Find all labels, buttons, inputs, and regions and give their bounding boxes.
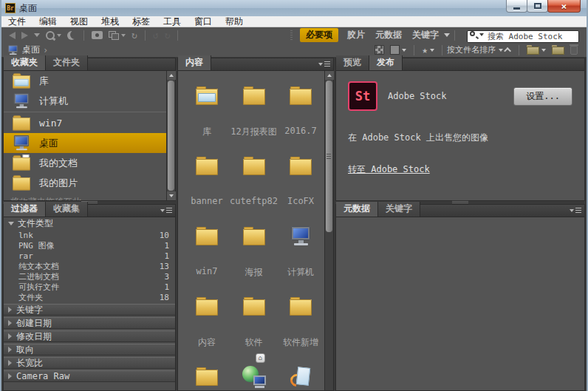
favorites-scrollbar[interactable] <box>166 71 175 200</box>
folder-icon <box>243 157 265 176</box>
content-item-network[interactable]: ⌂ <box>230 359 278 390</box>
content-panel-menu-button[interactable] <box>318 61 330 67</box>
menu-edit[interactable]: 编辑 <box>33 16 64 27</box>
filter-row-plain-text[interactable]: 纯文本文档 13 <box>4 261 175 271</box>
tab-favorites[interactable]: 收藏夹 <box>4 55 46 70</box>
search-scope-dropdown-icon[interactable] <box>479 33 484 36</box>
content-scrollbar[interactable] <box>324 71 333 390</box>
open-folder-icon <box>527 45 539 55</box>
scroll-up-button[interactable] <box>167 71 176 80</box>
refine-button[interactable] <box>67 29 76 42</box>
favorites-item-libraries[interactable]: 库 <box>4 71 166 91</box>
sync-button[interactable]: ↻ <box>131 29 137 42</box>
content-item-2016-7[interactable]: 2016.7 <box>278 78 324 149</box>
workspace-dropdown-icon[interactable] <box>444 33 450 37</box>
sort-dropdown-icon[interactable] <box>499 49 503 52</box>
workspace-tab-filmstrip[interactable]: 胶片 <box>347 29 365 41</box>
content-item-posters[interactable]: 海报 <box>230 219 278 289</box>
favorites-item-computer[interactable]: 计算机 <box>4 91 166 111</box>
rotate-right-button[interactable]: ↻ <box>165 29 171 42</box>
output-stack-button[interactable] <box>109 29 126 42</box>
get-photos-from-camera-button[interactable] <box>92 29 103 42</box>
delete-button[interactable] <box>570 44 578 57</box>
workspace-tab-essentials[interactable]: 必要项 <box>300 28 338 42</box>
triangle-right-icon <box>8 360 12 366</box>
workspace-tab-metadata[interactable]: 元数据 <box>375 29 402 41</box>
content-item-libraries[interactable]: 库 <box>184 78 230 149</box>
tab-keywords[interactable]: 关键字 <box>378 202 420 217</box>
content-item-win7[interactable]: win7 <box>184 219 230 289</box>
tab-filter[interactable]: 过滤器 <box>4 202 46 217</box>
filter-row-executable[interactable]: 可执行文件 1 <box>4 282 175 292</box>
breadcrumb-location[interactable]: 桌面 <box>22 44 40 56</box>
new-folder-button[interactable] <box>552 44 564 57</box>
filter-group-camera-raw[interactable]: Camera Raw <box>4 370 175 382</box>
favorites-item-my-documents[interactable]: 我的文档 <box>4 153 166 173</box>
library-folder-icon <box>196 86 218 106</box>
metadata-panel-menu-button[interactable] <box>570 208 581 213</box>
content-item-software[interactable]: 软件 <box>230 289 278 359</box>
filter-row-binary[interactable]: 二进制文档 3 <box>4 271 175 282</box>
filter-group-date-created[interactable]: 创建日期 <box>4 317 175 329</box>
toolbar-divider <box>414 45 414 55</box>
tab-folders[interactable]: 文件夹 <box>46 55 88 70</box>
menu-file[interactable]: 文件 <box>1 16 33 27</box>
maximize-button[interactable] <box>527 0 548 13</box>
menu-view[interactable]: 视图 <box>64 16 95 27</box>
rotate-left-button[interactable]: ↺ <box>153 29 159 42</box>
thumbnail-quality-button[interactable] <box>390 44 406 57</box>
breadcrumb-separator: › <box>43 45 48 55</box>
go-to-adobe-stock-link[interactable]: 转至 Adobe Stock <box>348 163 430 176</box>
filter-group-aspect-ratio[interactable]: 长宽比 <box>4 357 175 369</box>
sort-by-label[interactable]: 按文件名排序 <box>447 44 496 55</box>
filter-row-lnk[interactable]: lnk 10 <box>4 230 175 240</box>
sort-ascending-button[interactable] <box>506 44 511 57</box>
scroll-down-button[interactable] <box>167 191 176 200</box>
search-input[interactable] <box>467 30 579 43</box>
content-item-cuteftp82[interactable]: cuteftp82 <box>230 149 278 219</box>
filter-row-folder[interactable]: 文件夹 18 <box>4 292 175 302</box>
menu-help[interactable]: 帮助 <box>219 16 250 27</box>
stock-description: 在 Adobe Stock 上出售您的图像 <box>348 132 572 144</box>
content-item-content[interactable]: 内容 <box>184 289 230 359</box>
menu-stacks[interactable]: 堆栈 <box>95 16 126 27</box>
content-item-folder[interactable] <box>184 359 230 390</box>
tab-preview[interactable]: 预览 <box>336 55 369 70</box>
menu-window[interactable]: 窗口 <box>188 16 219 27</box>
favorites-item-desktop[interactable]: 桌面 <box>4 133 166 153</box>
minimize-button[interactable] <box>506 0 527 13</box>
rating-filter-button[interactable]: ★ <box>422 44 434 57</box>
close-button[interactable]: × <box>547 0 581 13</box>
tab-metadata[interactable]: 元数据 <box>336 202 378 217</box>
content-item-banner[interactable]: banner <box>184 149 230 219</box>
open-recent-folder-button[interactable] <box>527 44 546 57</box>
panel-splitter[interactable] <box>452 201 468 203</box>
workspace-tab-keywords[interactable]: 关键字 <box>412 29 439 41</box>
filter-group-orientation[interactable]: 取向 <box>4 344 175 356</box>
content-item-installer[interactable] <box>278 359 324 390</box>
filter-group-date-modified[interactable]: 修改日期 <box>4 330 175 342</box>
favorites-item-win7[interactable]: win7 <box>4 113 166 133</box>
tab-publish[interactable]: 发布 <box>369 55 403 70</box>
menu-tools[interactable]: 工具 <box>157 16 188 27</box>
menu-label[interactable]: 标签 <box>126 16 157 27</box>
scrollbar-thumb[interactable] <box>168 81 174 191</box>
settings-button[interactable]: 设置... <box>513 87 572 106</box>
content-item-icofx[interactable]: IcoFX <box>278 149 324 219</box>
filter-group-file-type[interactable]: 文件类型 <box>4 217 175 230</box>
content-item-software-new[interactable]: 软件新增 <box>278 289 324 359</box>
filter-row-rar[interactable]: rar 1 <box>4 251 175 261</box>
filter-group-keywords[interactable]: 关键字 <box>4 304 175 316</box>
triangle-up-icon <box>169 74 174 77</box>
filter-row-png[interactable]: PNG 图像 1 <box>4 240 175 251</box>
content-item-computer[interactable]: 计算机 <box>278 219 324 289</box>
filter-panel-menu-button[interactable] <box>160 208 172 213</box>
filter-by-rating-button[interactable] <box>375 44 384 57</box>
minimize-icon <box>513 7 520 10</box>
workspace-grip[interactable] <box>290 30 293 41</box>
scroll-up-button[interactable] <box>325 71 334 80</box>
tab-content[interactable]: 内容 <box>178 55 211 70</box>
content-item-dec-reports[interactable]: 12月报表图 <box>230 78 278 149</box>
tab-collections[interactable]: 收藏集 <box>46 202 88 217</box>
favorites-item-my-pictures[interactable]: 我的图片 <box>4 173 166 193</box>
